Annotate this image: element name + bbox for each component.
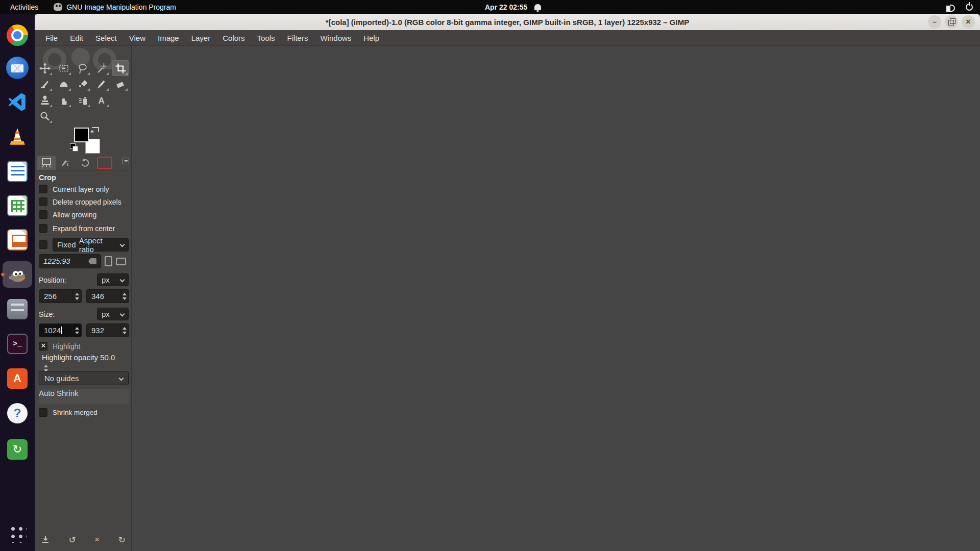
option-allow-growing[interactable]: Allow growing (39, 210, 129, 219)
dock-vlc[interactable] (0, 122, 35, 151)
guides-dropdown[interactable]: No guides (39, 371, 129, 385)
dock-calc[interactable] (0, 191, 35, 220)
chevron-down-icon (120, 242, 125, 247)
tool-bucket-fill[interactable] (75, 76, 91, 92)
clear-value-icon[interactable] (88, 258, 96, 264)
tool-crop-active[interactable] (112, 60, 129, 76)
power-icon[interactable] (966, 4, 973, 11)
shrink-merged-checkbox[interactable] (39, 408, 47, 417)
dock-files[interactable] (0, 295, 35, 323)
close-button[interactable]: × (962, 15, 975, 29)
checkbox[interactable] (39, 210, 47, 219)
option-expand-from-center[interactable]: Expand from center (39, 224, 129, 233)
vscode-icon (7, 91, 28, 113)
option-shrink-merged[interactable]: Shrink merged (39, 408, 129, 417)
menu-item[interactable]: View (124, 32, 151, 44)
menu-item[interactable]: Image (152, 32, 185, 44)
focused-app-indicator[interactable]: GNU Image Manipulation Program (54, 3, 176, 11)
highlight-checkbox[interactable] (39, 342, 47, 350)
default-colors-icon[interactable] (70, 143, 77, 151)
tool-eraser[interactable] (112, 76, 129, 92)
size-w-spinbox[interactable]: 1024 (39, 323, 82, 337)
tool-smudge[interactable] (56, 92, 72, 108)
position-x-spinbox[interactable]: 256 (39, 289, 82, 303)
menu-item[interactable]: Windows (314, 32, 357, 44)
dock-terminal[interactable]: >_ (0, 330, 35, 358)
tool-airbrush[interactable] (75, 92, 91, 108)
activities-button[interactable]: Activities (10, 3, 38, 11)
swap-colors-icon[interactable] (92, 125, 100, 132)
option-highlight[interactable]: Highlight (39, 342, 129, 350)
tool-text[interactable]: A (93, 92, 110, 108)
focused-app-name: GNU Image Manipulation Program (66, 3, 176, 11)
tab-tool-options[interactable] (37, 156, 56, 170)
image-window[interactable]: cola (0, 26, 980, 551)
thunderbird-icon (6, 57, 29, 79)
configure-tab-icon[interactable] (122, 158, 129, 164)
tab-device-status[interactable]: i (56, 156, 75, 170)
dock-ubuntu-software[interactable]: A (0, 364, 35, 393)
position-unit-dropdown[interactable]: px (97, 273, 129, 286)
tool-free-select[interactable] (75, 60, 91, 76)
position-y-spinbox[interactable]: 346 (86, 289, 129, 303)
dock-chrome[interactable] (0, 21, 35, 49)
dock-thunderbird[interactable] (0, 54, 35, 82)
tool-fuzzy-select[interactable] (93, 60, 110, 76)
tool-zoom[interactable] (37, 108, 53, 124)
restore-tool-preset-icon[interactable]: ↺ (69, 535, 76, 546)
reset-tool-options-icon[interactable]: ↻ (118, 535, 126, 546)
checkbox[interactable] (39, 185, 47, 193)
option-delete-cropped-pixels[interactable]: Delete cropped pixels (39, 197, 129, 206)
tool-move[interactable] (37, 60, 53, 76)
files-icon (7, 299, 28, 319)
fixed-checkbox[interactable] (39, 240, 47, 249)
gimp-wilber-icon (54, 3, 62, 11)
auto-shrink-button[interactable]: Auto Shrink (39, 389, 129, 404)
size-unit-dropdown[interactable]: px (97, 308, 129, 320)
show-applications-button[interactable] (0, 519, 35, 547)
option-current-layer-only[interactable]: Current layer only (39, 185, 129, 193)
tool-clone[interactable] (37, 92, 53, 108)
size-h-spinbox[interactable]: 932 (86, 323, 129, 337)
minimize-button[interactable]: – (928, 15, 941, 29)
checkbox[interactable] (39, 224, 47, 233)
tab-image-thumbnail[interactable] (95, 156, 114, 170)
portrait-orientation-icon[interactable] (105, 256, 112, 266)
checkbox[interactable] (39, 197, 47, 206)
foreground-color-swatch[interactable] (74, 128, 89, 142)
landscape-orientation-icon[interactable] (116, 258, 126, 265)
clock[interactable]: Apr 22 02:55 (485, 3, 527, 11)
aspect-ratio-input[interactable]: 1225:93 (39, 254, 101, 268)
dock-help[interactable]: ? (0, 399, 35, 428)
delete-tool-preset-icon[interactable]: × (94, 535, 100, 546)
menu-item[interactable]: Edit (64, 32, 89, 44)
menu-item[interactable]: Filters (282, 32, 314, 44)
dock-backups[interactable]: ↻ (0, 435, 35, 464)
highlight-opacity-slider[interactable]: Highlight opacity 50.0 (39, 353, 129, 366)
menu-item[interactable]: Colors (217, 32, 250, 44)
maximize-button[interactable] (945, 15, 958, 29)
chrome-icon (7, 24, 28, 46)
dock-vscode[interactable] (0, 88, 35, 116)
menu-item[interactable]: Select (90, 32, 122, 44)
fixed-mode-dropdown[interactable]: Fixed Aspect ratio (53, 238, 129, 252)
tool-transform[interactable] (37, 76, 53, 92)
gimp-titlebar[interactable]: *[cola] (imported)-1.0 (RGB color 8-bit … (35, 14, 980, 30)
menu-item[interactable]: Help (358, 32, 385, 44)
backups-icon: ↻ (7, 439, 28, 460)
tool-rectangle-select[interactable] (56, 60, 72, 76)
volume-icon[interactable] (946, 4, 954, 11)
notification-bell-icon (534, 4, 541, 10)
save-tool-preset-icon[interactable] (41, 535, 50, 546)
menu-item[interactable]: Tools (252, 32, 281, 44)
gimp-icon (3, 261, 32, 288)
tool-paintbrush[interactable] (93, 76, 110, 92)
menu-item[interactable]: Layer (186, 32, 216, 44)
dock-impress[interactable] (0, 226, 35, 254)
tool-gradient[interactable] (56, 76, 72, 92)
tab-undo-history[interactable] (76, 156, 94, 170)
dock-writer[interactable] (0, 157, 35, 186)
dock-gimp-active[interactable] (0, 260, 35, 289)
menu-item[interactable]: File (40, 32, 63, 44)
writer-icon (7, 161, 28, 182)
